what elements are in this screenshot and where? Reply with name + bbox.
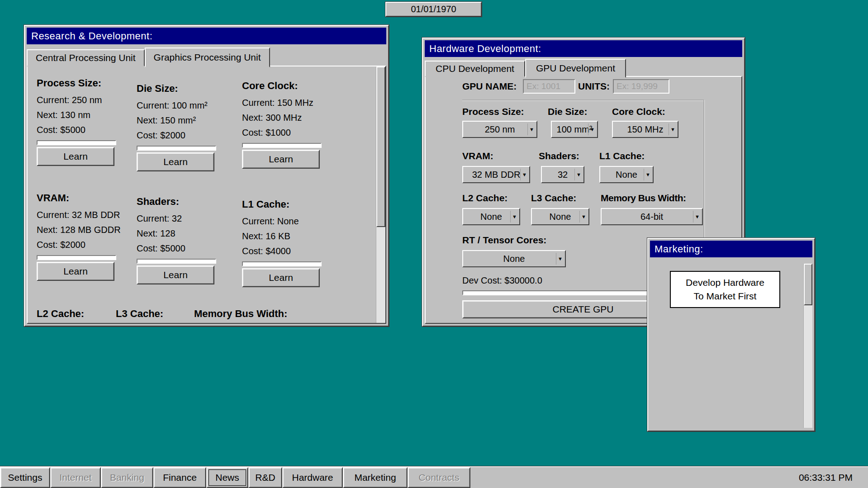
research-item-name-l3: L3 Cache: bbox=[116, 308, 163, 320]
taskbar-marketing-button[interactable]: Marketing bbox=[343, 467, 408, 488]
l2-cache-select[interactable]: None ▼ bbox=[462, 208, 520, 225]
chevron-down-icon[interactable]: ▼ bbox=[510, 211, 518, 223]
research-current: Current: None bbox=[242, 214, 332, 229]
chevron-down-icon[interactable]: ▼ bbox=[574, 169, 583, 180]
taskbar-internet-button: Internet bbox=[50, 467, 101, 488]
select-value: 250 nm bbox=[485, 124, 515, 135]
taskbar: Settings Internet Banking Finance News R… bbox=[0, 466, 868, 488]
research-progressbar bbox=[137, 146, 216, 151]
research-cost: Cost: $5000 bbox=[137, 241, 227, 256]
rnd-tab-panel: Process Size: Current: 250 nm Next: 130 … bbox=[27, 66, 386, 324]
taskbar-settings-button[interactable]: Settings bbox=[0, 467, 50, 488]
units-label: UNITS: bbox=[578, 81, 610, 92]
research-cost: Cost: $4000 bbox=[242, 244, 332, 259]
rnd-window-title: Research & Development: bbox=[31, 30, 152, 42]
research-item-name-bus-width: Memory Bus Width: bbox=[194, 308, 287, 320]
research-current: Current: 250 nm bbox=[37, 93, 127, 108]
marketing-option-button[interactable]: Develop Hardware To Market First bbox=[670, 271, 780, 308]
die-size-select[interactable]: 100 mm² ▼ bbox=[551, 121, 598, 138]
research-item-core-clock: Core Clock: Current: 150 MHz Next: 300 M… bbox=[242, 80, 332, 169]
research-progressbar bbox=[37, 255, 116, 260]
core-clock-select[interactable]: 150 MHz ▼ bbox=[612, 121, 678, 138]
vram-select[interactable]: 32 MB DDR ▼ bbox=[462, 166, 530, 183]
gpu-name-input[interactable] bbox=[523, 79, 575, 94]
tab-gpu-research[interactable]: Graphics Processing Unit bbox=[145, 47, 270, 67]
rnd-window-titlebar[interactable]: Research & Development: bbox=[27, 28, 386, 44]
taskbar-news-button[interactable]: News bbox=[206, 467, 248, 488]
learn-button[interactable]: Learn bbox=[37, 147, 114, 166]
shaders-select[interactable]: 32 ▼ bbox=[541, 166, 584, 183]
research-progressbar bbox=[242, 143, 322, 148]
marketing-scrollbar-thumb[interactable] bbox=[804, 264, 812, 305]
select-value: None bbox=[480, 212, 502, 222]
research-next: Next: 16 KB bbox=[242, 229, 332, 244]
chevron-down-icon[interactable]: ▼ bbox=[520, 169, 528, 180]
tab-gpu-development[interactable]: GPU Development bbox=[525, 59, 626, 78]
gpu-name-label: GPU NAME: bbox=[462, 81, 517, 92]
process-size-label: Process Size: bbox=[462, 106, 524, 117]
hardware-tab-strip: CPU Development GPU Development bbox=[425, 59, 626, 77]
select-value: None bbox=[550, 212, 571, 222]
research-item-l1-cache: L1 Cache: Current: None Next: 16 KB Cost… bbox=[242, 199, 332, 287]
research-item-name: Die Size: bbox=[137, 83, 227, 95]
chevron-down-icon[interactable]: ▼ bbox=[527, 123, 536, 135]
research-item-name: L1 Cache: bbox=[242, 199, 332, 210]
l1-cache-select[interactable]: None ▼ bbox=[599, 166, 654, 183]
learn-button[interactable]: Learn bbox=[137, 265, 214, 284]
process-size-select[interactable]: 250 nm ▼ bbox=[462, 121, 537, 138]
taskbar-banking-button: Banking bbox=[101, 467, 153, 488]
research-item-name-l2: L2 Cache: bbox=[37, 308, 84, 320]
chevron-down-icon[interactable]: ▼ bbox=[579, 211, 588, 223]
research-cost: Cost: $2000 bbox=[137, 128, 227, 143]
chevron-down-icon[interactable]: ▼ bbox=[669, 123, 677, 135]
clock: 06:33:31 PM bbox=[799, 472, 868, 483]
rt-tensor-cores-select[interactable]: None ▼ bbox=[462, 250, 566, 267]
group-separator bbox=[462, 100, 704, 101]
hardware-window-titlebar[interactable]: Hardware Development: bbox=[425, 40, 742, 57]
research-cost: Cost: $1000 bbox=[242, 125, 332, 140]
marketing-window-titlebar[interactable]: Marketing: bbox=[650, 241, 812, 257]
research-progressbar bbox=[137, 259, 216, 264]
learn-button[interactable]: Learn bbox=[242, 268, 320, 287]
taskbar-finance-button[interactable]: Finance bbox=[153, 467, 206, 488]
vram-label: VRAM: bbox=[462, 151, 493, 161]
taskbar-rnd-button[interactable]: R&D bbox=[248, 467, 282, 488]
research-next: Next: 130 nm bbox=[37, 108, 127, 123]
rnd-scrollbar[interactable] bbox=[376, 66, 385, 323]
learn-button[interactable]: Learn bbox=[137, 152, 214, 171]
taskbar-contracts-button: Contracts bbox=[408, 467, 470, 488]
research-cost: Cost: $2000 bbox=[37, 237, 127, 252]
rt-tensor-cores-label: RT / Tensor Cores: bbox=[462, 235, 546, 246]
research-item-vram: VRAM: Current: 32 MB DDR Next: 128 MB GD… bbox=[37, 192, 127, 281]
chevron-down-icon[interactable]: ▼ bbox=[644, 169, 652, 180]
memory-bus-width-select[interactable]: 64-bit ▼ bbox=[601, 208, 703, 225]
chevron-down-icon[interactable]: ▼ bbox=[693, 211, 701, 223]
marketing-option-line1: Develop Hardware bbox=[686, 276, 764, 289]
research-next: Next: 128 bbox=[137, 226, 227, 241]
select-value: None bbox=[503, 254, 525, 264]
tab-cpu-research[interactable]: Central Processing Unit bbox=[27, 49, 145, 66]
taskbar-hardware-button[interactable]: Hardware bbox=[282, 467, 343, 488]
learn-button[interactable]: Learn bbox=[37, 262, 114, 281]
shaders-label: Shaders: bbox=[539, 151, 579, 161]
research-current: Current: 150 MHz bbox=[242, 95, 332, 110]
chevron-down-icon[interactable]: ▼ bbox=[556, 253, 564, 265]
tab-cpu-development[interactable]: CPU Development bbox=[425, 61, 525, 77]
research-item-name: VRAM: bbox=[37, 192, 127, 204]
memory-bus-width-label: Memory Bus Width: bbox=[601, 193, 686, 204]
marketing-scrollbar[interactable] bbox=[803, 264, 812, 428]
rnd-scrollbar-thumb[interactable] bbox=[376, 66, 385, 227]
die-size-label: Die Size: bbox=[548, 106, 588, 117]
research-item-die-size: Die Size: Current: 100 mm² Next: 150 mm²… bbox=[137, 83, 227, 171]
chevron-down-icon[interactable]: ▼ bbox=[588, 123, 596, 135]
dev-cost-label: Dev Cost: $30000.0 bbox=[462, 275, 542, 286]
research-next: Next: 300 MHz bbox=[242, 110, 332, 125]
research-current: Current: 32 MB DDR bbox=[37, 208, 127, 223]
units-input[interactable] bbox=[613, 79, 669, 94]
learn-button[interactable]: Learn bbox=[242, 150, 320, 169]
core-clock-label: Core Clock: bbox=[612, 106, 665, 117]
research-item-shaders: Shaders: Current: 32 Next: 128 Cost: $50… bbox=[137, 196, 227, 284]
hardware-window-title: Hardware Development: bbox=[429, 43, 541, 55]
research-item-name: Process Size: bbox=[37, 77, 127, 89]
l3-cache-select[interactable]: None ▼ bbox=[531, 208, 589, 225]
